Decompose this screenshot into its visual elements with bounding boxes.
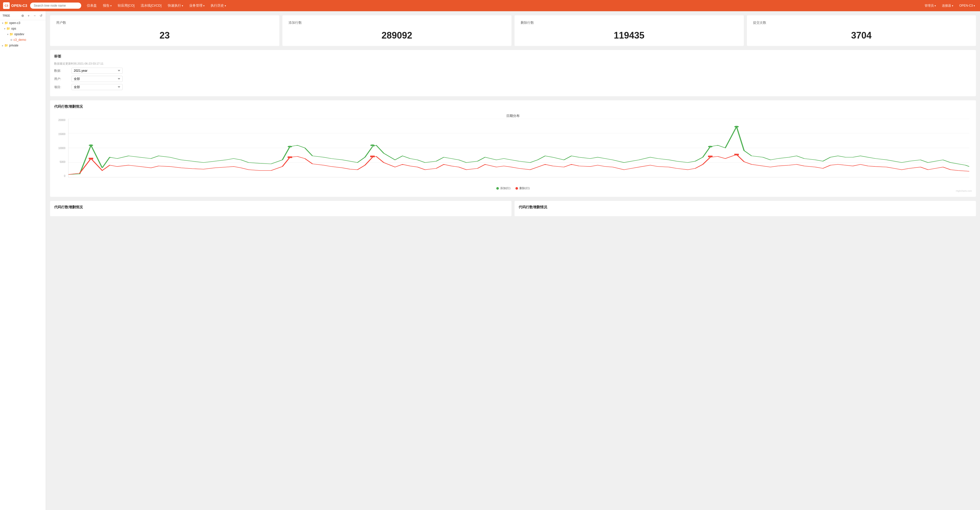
folder-icon: 📁 xyxy=(10,32,13,36)
nav-item-报告[interactable]: 报告▾ xyxy=(100,2,114,9)
stat-label: 用户数 xyxy=(56,21,273,25)
chart-yaxis: 20000 15000 10000 5000 0 xyxy=(54,119,67,177)
legend-add-dot xyxy=(496,187,499,190)
locate-icon[interactable]: ⊕ xyxy=(20,13,25,18)
folder-icon: 📁 xyxy=(4,21,8,25)
svg-point-4 xyxy=(89,145,93,146)
svg-point-8 xyxy=(734,126,739,127)
nav-arrow-icon: ▾ xyxy=(203,4,205,7)
header-right-arrow-icon: ▾ xyxy=(974,4,975,7)
nav-arrow-icon: ▾ xyxy=(110,4,111,7)
stats-row: 用户数23添加行数289092删除行数119435提交次数3704 xyxy=(50,15,976,46)
chart-title: 代码行数增删情况 xyxy=(54,105,972,109)
chevron-icon: ▸ xyxy=(2,44,3,47)
logo[interactable]: C3 OPEN-C3 xyxy=(3,2,27,9)
sidebar: TREE ⊕ + − ↺ ▾📁open-c3▾📁ops▾📁opsdev⚙ c3_… xyxy=(0,11,46,510)
filter-label: 数据: xyxy=(54,69,70,73)
chevron-icon: ▾ xyxy=(2,22,3,24)
filter-label: 项目: xyxy=(54,85,70,89)
header-right-连接器[interactable]: 连接器▾ xyxy=(940,3,955,9)
main-content: 用户数23添加行数289092删除行数119435提交次数3704 标签 数据最… xyxy=(46,11,980,510)
legend-delete-label: 删除(行) xyxy=(519,186,530,190)
svg-point-6 xyxy=(370,145,375,146)
stat-value: 119435 xyxy=(521,30,738,41)
bottom-left-title: 代码行数增删情况 xyxy=(54,205,508,210)
main-nav: 仪表盘报告▾轻应用[CO]流水线[CI/CD]快速执行▾业务管理▾执行历史▾ xyxy=(84,2,919,9)
stat-label: 删除行数 xyxy=(521,21,738,25)
header-right-OPEN-C3[interactable]: OPEN-C3▾ xyxy=(957,3,977,8)
nav-item-执行历史[interactable]: 执行历史▾ xyxy=(208,2,229,9)
filter-row: 数据:2021.year2020.year2019.year xyxy=(54,68,972,74)
chart-area: 日期分布 20000 15000 10000 5000 0 xyxy=(54,111,972,193)
tree-item-label: open-c3 xyxy=(9,21,20,25)
bottom-right-title: 代码行数增删情况 xyxy=(519,205,972,210)
legend-delete-dot xyxy=(515,187,518,190)
highcharts-credit: Highcharts.com xyxy=(956,190,972,192)
chevron-icon: ▾ xyxy=(7,33,8,36)
filter-row: 项目:全部 xyxy=(54,84,972,90)
stat-card-添加行数: 添加行数289092 xyxy=(282,15,512,46)
folder-icon: 📁 xyxy=(4,44,8,47)
tree-item-ops[interactable]: ▾📁ops xyxy=(0,26,46,32)
header-right-管理员[interactable]: 管理员▾ xyxy=(923,3,938,9)
filters-container: 数据:2021.year2020.year2019.year用户:全部项目:全部 xyxy=(54,68,972,90)
tags-section: 标签 数据最近更新时间:2021-06-23 03:17:11 数据:2021.… xyxy=(50,50,976,96)
tree-item-opsdev[interactable]: ▾📁opsdev xyxy=(0,32,46,37)
sidebar-header: TREE ⊕ + − ↺ xyxy=(0,11,46,20)
stat-value: 3704 xyxy=(753,30,970,41)
filter-select-数据:[interactable]: 2021.year2020.year2019.year xyxy=(72,68,123,74)
chart-xaxis xyxy=(68,179,969,193)
svg-rect-9 xyxy=(89,158,93,159)
tree-label: TREE xyxy=(3,14,10,17)
filter-select-用户:[interactable]: 全部 xyxy=(72,76,123,82)
chart-svg xyxy=(68,119,969,177)
refresh-icon[interactable]: ↺ xyxy=(38,13,43,18)
tree-item-open-c3[interactable]: ▾📁open-c3 xyxy=(0,20,46,26)
tree-item-label: ops xyxy=(11,27,16,30)
chart-section: 代码行数增删情况 日期分布 20000 15000 10000 5000 0 xyxy=(50,100,976,197)
stat-card-用户数: 用户数23 xyxy=(50,15,279,46)
xaxis-svg xyxy=(68,179,969,193)
svg-point-5 xyxy=(288,146,292,147)
chart-subtitle: 日期分布 xyxy=(54,114,972,118)
search-input[interactable] xyxy=(30,3,81,9)
bottom-card-left: 代码行数增删情况 xyxy=(50,201,511,216)
node-icon: ⚙ xyxy=(10,38,13,41)
stat-value: 289092 xyxy=(288,30,506,41)
stat-card-删除行数: 删除行数119435 xyxy=(514,15,744,46)
nav-arrow-icon: ▾ xyxy=(225,4,226,7)
tags-title: 标签 xyxy=(54,54,972,59)
svg-point-7 xyxy=(708,146,713,147)
filter-label: 用户: xyxy=(54,77,70,81)
nav-arrow-icon: ▾ xyxy=(182,4,183,7)
add-icon[interactable]: + xyxy=(26,13,31,18)
tree-item-private[interactable]: ▸📁private xyxy=(0,43,46,48)
sidebar-icons: ⊕ + − ↺ xyxy=(20,13,43,18)
svg-rect-13 xyxy=(734,154,739,155)
nav-item-快速执行[interactable]: 快速执行▾ xyxy=(165,2,186,9)
legend-add-label: 添加(行) xyxy=(500,186,511,190)
chart-plot xyxy=(68,119,969,177)
minus-icon[interactable]: − xyxy=(32,13,37,18)
stat-value: 23 xyxy=(56,30,273,41)
nav-item-流水线[CI/CD][interactable]: 流水线[CI/CD] xyxy=(138,2,164,9)
tree-item-c3_demo[interactable]: ⚙ c3_demo xyxy=(0,37,46,43)
chart-legend: 添加(行) 删除(行) xyxy=(496,186,530,190)
nav-item-仪表盘[interactable]: 仪表盘 xyxy=(84,2,99,9)
nav-item-业务管理[interactable]: 业务管理▾ xyxy=(187,2,207,9)
tree: ▾📁open-c3▾📁ops▾📁opsdev⚙ c3_demo▸📁private xyxy=(0,20,46,48)
filter-select-项目:[interactable]: 全部 xyxy=(72,84,123,90)
layout: TREE ⊕ + − ↺ ▾📁open-c3▾📁ops▾📁opsdev⚙ c3_… xyxy=(0,11,980,510)
nav-item-轻应用[CO][interactable]: 轻应用[CO] xyxy=(115,2,137,9)
bottom-card-right: 代码行数增删情况 xyxy=(514,201,976,216)
stat-label: 提交次数 xyxy=(753,21,970,25)
svg-rect-12 xyxy=(708,156,713,157)
tags-content: 数据最近更新时间:2021-06-23 03:17:11 数据:2021.yea… xyxy=(54,62,972,90)
bottom-row: 代码行数增删情况 代码行数增删情况 xyxy=(50,201,976,216)
header-right: 管理员▾连接器▾OPEN-C3▾ xyxy=(923,3,977,9)
filter-row: 用户:全部 xyxy=(54,76,972,82)
update-info: 数据最近更新时间:2021-06-23 03:17:11 xyxy=(54,62,972,65)
svg-rect-10 xyxy=(288,156,292,158)
tree-item-label: c3_demo xyxy=(14,38,26,41)
chevron-icon: ▾ xyxy=(4,27,5,30)
